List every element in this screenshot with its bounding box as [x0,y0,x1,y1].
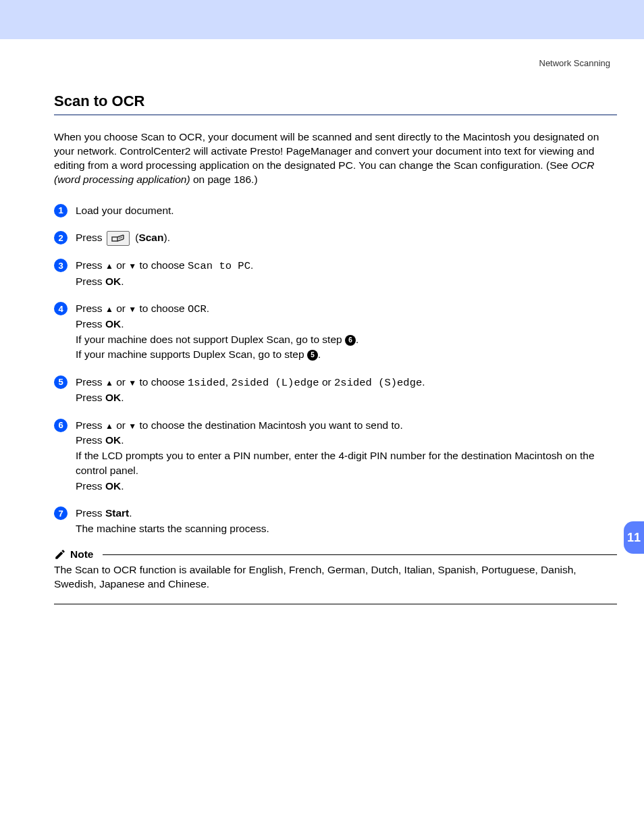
text-span: If the LCD prompts you to enter a PIN nu… [76,450,595,476]
step-line: Press (Scan). [76,230,170,246]
arrow-down-icon: ▼ [128,421,136,431]
step-body: Press Start.The machine starts the scann… [76,506,269,536]
text-span: . [356,334,358,345]
text-span: to choose the destination Macintosh you … [136,419,403,431]
note-rule-leader [103,554,617,555]
note-label: Note [70,548,93,561]
text-span: OCR [188,303,207,315]
text-span: Press [76,480,105,492]
step-line: Press OK. [76,274,253,289]
step-line: If the LCD prompts you to enter a PIN nu… [76,448,617,479]
text-span: OK [105,276,121,287]
text-span: Press [76,318,105,330]
step-ref-badge: 6 [345,335,356,346]
text-span: OK [105,318,121,330]
step-line: If your machine supports Duplex Scan, go… [76,347,358,362]
arrow-down-icon: ▼ [128,378,136,388]
text-span: 1sided [188,377,225,389]
text-span: to choose [136,259,188,271]
text-span: . [129,507,132,519]
step-line: If your machine does not support Duplex … [76,332,358,347]
step-body: Load your document. [76,203,174,218]
note-header-row: Note [54,548,617,561]
text-span: or [113,419,128,431]
step-line: Press ▲ or ▼ to choose Scan to PC. [76,258,253,273]
step-line: Press OK. [76,479,617,494]
step-number-badge: 1 [54,204,68,217]
text-span: 2sided (L)edge [231,377,319,389]
step-line: Press OK. [76,433,617,448]
step-number-badge: 5 [54,375,68,389]
step-line: Press ▲ or ▼ to choose the destination M… [76,418,617,433]
text-span: Press [76,419,105,431]
text-span: . [207,303,209,314]
text-span: . [121,318,124,330]
text-span: Scan [138,232,163,243]
step-line: Press OK. [76,317,358,332]
step-ref-badge: 5 [307,350,318,361]
step-number-badge: 3 [54,259,68,272]
page-body: Network Scanning Scan to OCR When you ch… [0,58,644,604]
step-body: Press ▲ or ▼ to choose the destination M… [76,418,617,494]
step-item: 1Load your document. [54,203,617,218]
arrow-up-icon: ▲ [105,305,113,314]
text-span: If your machine does not support Duplex … [76,334,345,345]
step-line: Press ▲ or ▼ to choose 1sided, 2sided (L… [76,375,425,390]
text-span: OK [105,434,121,446]
top-header-bar [0,0,644,39]
text-span: Scan to PC [188,260,250,272]
intro-part3: on page 186.) [190,174,258,185]
arrow-up-icon: ▲ [105,261,113,271]
steps-list: 1Load your document.2Press (Scan).3Press… [54,203,617,536]
text-span: Press [76,232,105,243]
text-span: or [319,376,334,388]
note-rule-end [54,604,617,604]
text-span: Start [105,507,129,519]
text-span: Press [76,259,105,271]
text-span: or [113,303,128,314]
intro-part1: When you choose Scan to OCR, your docume… [54,131,599,171]
text-span: ( [132,232,138,243]
text-span: to choose [136,303,188,314]
step-item: 6Press ▲ or ▼ to choose the destination … [54,418,617,494]
intro-paragraph: When you choose Scan to OCR, your docume… [54,130,617,187]
step-item: 2Press (Scan). [54,230,617,246]
text-span: If your machine supports Duplex Scan, go… [76,348,307,360]
text-span: . [422,376,425,388]
text-span: Press [76,434,105,446]
step-body: Press (Scan). [76,230,170,246]
running-header: Network Scanning [54,58,610,68]
arrow-down-icon: ▼ [128,261,136,271]
text-span: or [113,376,128,388]
arrow-up-icon: ▲ [105,378,113,388]
note-text: The Scan to OCR function is available fo… [54,563,617,592]
step-item: 4Press ▲ or ▼ to choose OCR.Press OK.If … [54,301,617,363]
step-item: 3Press ▲ or ▼ to choose Scan to PC.Press… [54,258,617,289]
text-span: to choose [136,376,188,388]
text-span: Load your document. [76,205,174,216]
text-span: OK [105,392,121,403]
step-body: Press ▲ or ▼ to choose OCR.Press OK.If y… [76,301,358,363]
step-line: Load your document. [76,203,174,218]
step-line: Press OK. [76,390,425,405]
step-number-badge: 6 [54,419,68,432]
text-span: . [121,480,124,492]
text-span: . [250,259,253,271]
text-span: . [121,434,124,446]
text-span: The machine starts the scanning process. [76,523,269,534]
section-heading-row: Scan to OCR [54,93,617,115]
step-item: 5Press ▲ or ▼ to choose 1sided, 2sided (… [54,375,617,406]
arrow-down-icon: ▼ [128,305,136,314]
step-body: Press ▲ or ▼ to choose Scan to PC.Press … [76,258,253,289]
step-line: Press ▲ or ▼ to choose OCR. [76,301,358,317]
step-number-badge: 4 [54,302,68,315]
text-span: OK [105,480,121,492]
text-span: Press [76,276,105,287]
chapter-side-tab: 11 [624,521,644,554]
step-item: 7Press Start.The machine starts the scan… [54,506,617,536]
text-span: Press [76,507,105,519]
text-span: Press [76,392,105,403]
scan-key-icon [107,231,130,246]
text-span: Press [76,303,105,314]
text-span: ). [163,232,169,243]
